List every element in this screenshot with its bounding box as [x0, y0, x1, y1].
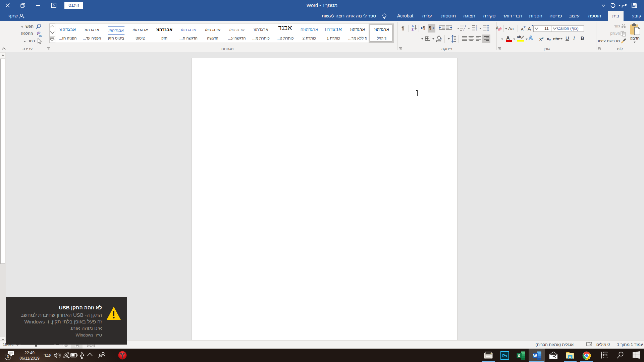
svg-text:ab: ab: [517, 35, 521, 39]
svg-text:1: 1: [465, 25, 466, 27]
svg-text:Z: Z: [412, 27, 414, 31]
svg-text:X: X: [518, 354, 520, 358]
svg-text:Ps: Ps: [502, 354, 507, 358]
svg-text:3: 3: [476, 29, 477, 31]
svg-text:ac: ac: [39, 34, 42, 37]
svg-text:i: i: [463, 29, 464, 31]
svg-text:¶: ¶: [429, 25, 431, 31]
svg-text:¶: ¶: [423, 25, 425, 31]
svg-text:W: W: [533, 354, 537, 358]
svg-text:a: a: [464, 27, 465, 29]
